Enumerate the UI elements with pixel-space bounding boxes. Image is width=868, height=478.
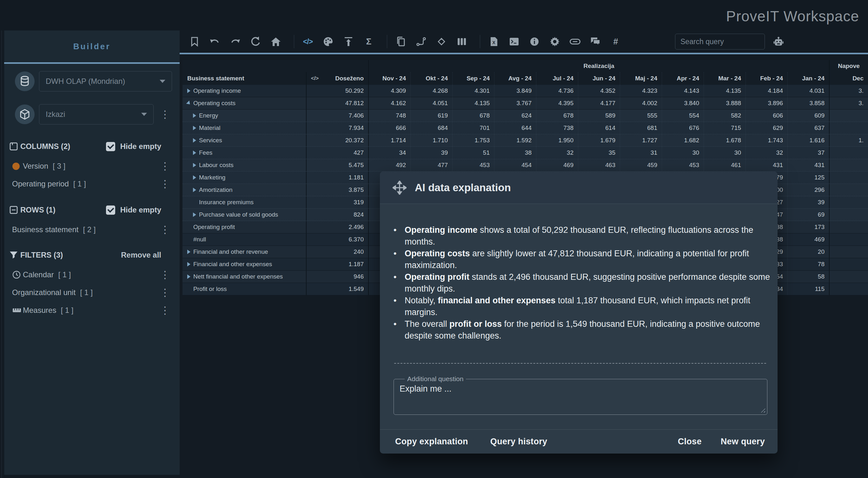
column-header-okt-24[interactable]: Okt - 24: [411, 72, 453, 85]
column-header-nov-24[interactable]: Nov - 24: [369, 72, 411, 85]
column-header-apr-24[interactable]: Apr - 24: [662, 72, 704, 85]
item-menu-button[interactable]: ⋮: [158, 225, 172, 235]
close-button[interactable]: Close: [678, 437, 702, 447]
code-icon[interactable]: </>: [303, 36, 313, 48]
remove-all-filters-button[interactable]: Remove all: [121, 250, 161, 260]
additional-question-input[interactable]: Explain me ...: [400, 384, 762, 394]
align-top-icon[interactable]: [343, 36, 354, 48]
expand-arrow-icon[interactable]: [193, 138, 196, 143]
item-menu-button[interactable]: ⋮: [158, 179, 172, 189]
row-label-cell[interactable]: Energy: [183, 110, 307, 122]
expand-arrow-icon[interactable]: [193, 163, 196, 168]
column-header-jun-24[interactable]: Jun - 24: [578, 72, 620, 85]
sidebar-item-measures[interactable]: Measures[ 1 ]⋮: [4, 304, 172, 317]
item-menu-button[interactable]: ⋮: [158, 270, 172, 280]
home-icon[interactable]: [270, 36, 281, 48]
sidebar-item-organizational-unit[interactable]: Organizational unit[ 1 ]⋮: [4, 286, 172, 299]
row-label-cell[interactable]: Material: [183, 122, 307, 134]
row-label-cell[interactable]: Financial and other revenue: [183, 246, 307, 258]
search-query-input[interactable]: [680, 37, 760, 46]
mdx-code-column-header[interactable]: </>: [307, 72, 323, 85]
rows-hide-empty-checkbox[interactable]: [106, 206, 115, 215]
expand-arrow-icon[interactable]: [187, 262, 190, 266]
column-header-business-statement[interactable]: Business statement: [183, 72, 307, 85]
sigma-icon[interactable]: Σ: [363, 36, 374, 48]
pivot-icon[interactable]: [436, 36, 447, 48]
copy-explanation-button[interactable]: Copy explanation: [395, 437, 468, 447]
row-label-cell[interactable]: Purchase value of sold goods: [183, 209, 307, 221]
redo-icon[interactable]: [230, 36, 241, 48]
item-menu-button[interactable]: ⋮: [158, 288, 172, 298]
sidebar-item-calendar[interactable]: Calendar[ 1 ]⋮: [4, 268, 172, 281]
route-icon[interactable]: [416, 36, 427, 48]
collapse-arrow-icon[interactable]: [186, 101, 192, 106]
robot-icon[interactable]: [773, 36, 784, 48]
sidebar-item-operating-period[interactable]: Operating period[ 1 ]⋮: [4, 178, 172, 190]
row-label-cell[interactable]: #null: [183, 234, 307, 245]
expand-arrow-icon[interactable]: [193, 113, 196, 118]
value-cell: [830, 159, 868, 171]
row-label-cell[interactable]: Operating income: [183, 85, 307, 97]
bookmark-icon[interactable]: [189, 36, 200, 48]
link-icon[interactable]: [570, 36, 581, 48]
cube-menu-button[interactable]: ⋮: [158, 109, 172, 119]
expand-arrow-icon[interactable]: [187, 274, 190, 279]
row-label-cell[interactable]: Insurance premiums: [183, 196, 307, 208]
column-header-avg-24[interactable]: Avg - 24: [494, 72, 536, 85]
expand-arrow-icon[interactable]: [193, 126, 196, 130]
column-header-dose-eno[interactable]: Doseženo: [323, 72, 369, 85]
column-header-jan-24[interactable]: Jan - 24: [788, 72, 830, 85]
bullet-text: The overall profit or loss for the perio…: [405, 318, 772, 342]
expand-arrow-icon[interactable]: [193, 188, 196, 192]
expand-arrow-icon[interactable]: [193, 151, 196, 155]
row-label: Operating income: [193, 87, 241, 94]
column-header-feb-24[interactable]: Feb - 24: [746, 72, 788, 85]
info-icon[interactable]: [529, 36, 540, 48]
expand-arrow-icon[interactable]: [193, 212, 196, 217]
sidebar-item-business-statement[interactable]: Business statement[ 2 ]⋮: [4, 223, 172, 236]
item-label: Calendar: [23, 270, 54, 279]
expand-arrow-icon[interactable]: [187, 89, 190, 93]
column-header-jul-24[interactable]: Jul - 24: [536, 72, 578, 85]
excel-export-icon[interactable]: X: [489, 36, 499, 48]
dialog-header[interactable]: AI data explanation: [380, 172, 778, 204]
hash-icon[interactable]: #: [610, 36, 621, 48]
column-header-maj-24[interactable]: Maj - 24: [620, 72, 662, 85]
datasource-select[interactable]: DWH OLAP (Mondrian): [39, 71, 172, 91]
item-menu-button[interactable]: ⋮: [158, 305, 172, 316]
gear-icon[interactable]: [549, 36, 560, 48]
new-query-button[interactable]: New query: [721, 437, 765, 447]
row-label-cell[interactable]: Amortization: [183, 184, 307, 196]
console-icon[interactable]: [509, 36, 520, 48]
row-label-cell[interactable]: Financial and other expenses: [183, 258, 307, 270]
query-history-button[interactable]: Query history: [490, 437, 547, 447]
sidebar-item-version[interactable]: Version[ 3 ]⋮: [4, 160, 172, 173]
palette-icon[interactable]: [323, 36, 334, 48]
row-label-cell[interactable]: Operating costs: [183, 97, 307, 109]
row-label-cell[interactable]: Nett financial and other expenses: [183, 271, 307, 283]
row-label-cell[interactable]: Marketing: [183, 172, 307, 184]
column-header-dec[interactable]: Dec: [830, 72, 868, 85]
resize-grip-icon[interactable]: [761, 408, 765, 413]
value-cell: 4.736: [536, 85, 578, 97]
refresh-icon[interactable]: [250, 36, 261, 48]
expand-arrow-icon[interactable]: [187, 250, 190, 254]
copy-icon[interactable]: [396, 36, 406, 48]
row-label-cell[interactable]: Operating profit: [183, 221, 307, 233]
column-header-mar-24[interactable]: Mar - 24: [704, 72, 746, 85]
cube-select[interactable]: Izkazi: [39, 104, 154, 124]
expand-arrow-icon[interactable]: [193, 175, 196, 180]
row-label-cell[interactable]: Profit or loss: [183, 283, 307, 295]
item-menu-button[interactable]: ⋮: [158, 161, 172, 171]
columns-icon[interactable]: [456, 36, 467, 48]
forum-icon[interactable]: [590, 36, 601, 48]
drag-move-icon[interactable]: [393, 181, 407, 195]
row-label-cell[interactable]: Labour costs: [183, 159, 307, 171]
column-header-sep-24[interactable]: Sep - 24: [453, 72, 494, 85]
additional-question-field[interactable]: Additional question Explain me ...: [394, 375, 767, 415]
row-label-cell[interactable]: Services: [183, 135, 307, 146]
row-label-cell[interactable]: Fees: [183, 147, 307, 159]
explanation-bullet: •Operating costs are slightly lower at 4…: [394, 248, 772, 271]
columns-hide-empty-checkbox[interactable]: [106, 142, 115, 151]
undo-icon[interactable]: [210, 36, 220, 48]
